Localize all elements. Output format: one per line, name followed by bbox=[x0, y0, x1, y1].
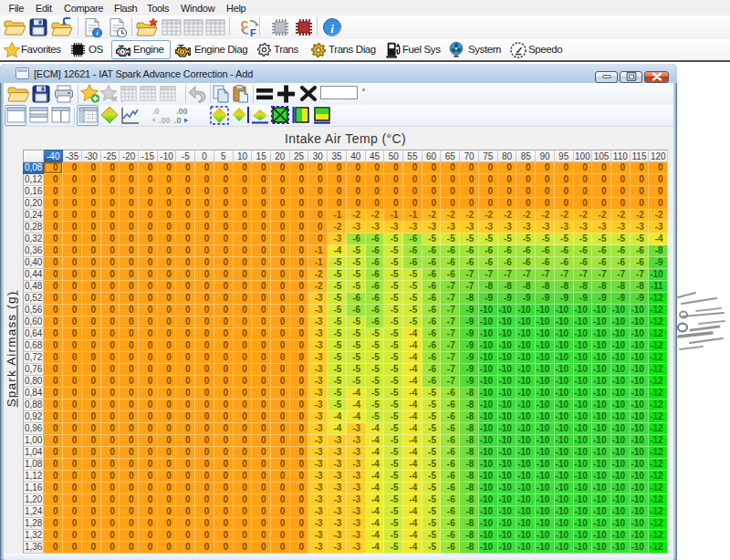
svg-text:F: F bbox=[250, 27, 256, 37]
svg-text:i: i bbox=[330, 22, 334, 36]
svg-text:.0: .0 bbox=[174, 116, 182, 124]
svg-text:.00: .00 bbox=[176, 107, 188, 116]
svg-text:C: C bbox=[241, 19, 248, 30]
svg-text:.0: .0 bbox=[152, 107, 160, 116]
svg-text:.00: .00 bbox=[159, 116, 171, 124]
